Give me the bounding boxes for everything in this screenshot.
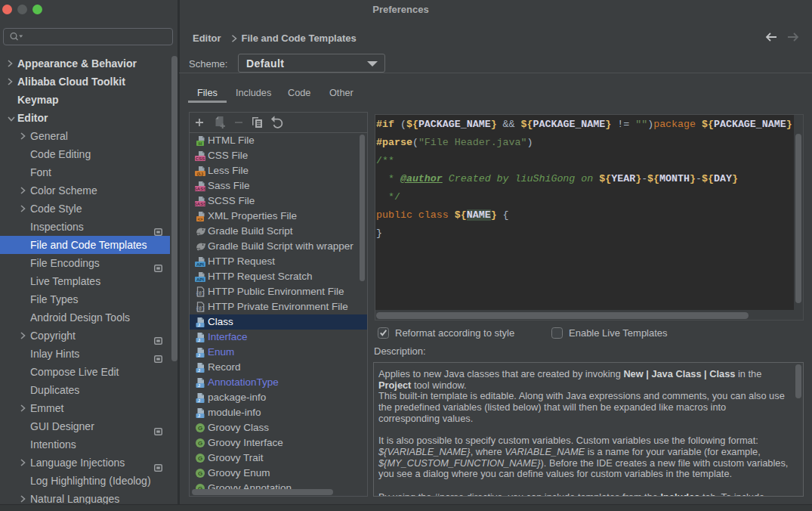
svg-text:{@}: {@} bbox=[196, 291, 205, 296]
svg-text:{@}: {@} bbox=[196, 306, 205, 311]
svg-text:J: J bbox=[198, 353, 200, 358]
svg-text:H: H bbox=[199, 141, 202, 146]
svg-text:{L}: {L} bbox=[197, 172, 204, 176]
svg-text:G: G bbox=[198, 425, 202, 432]
svg-text:G: G bbox=[198, 440, 202, 447]
svg-text:J: J bbox=[198, 323, 200, 327]
svg-text:CSS: CSS bbox=[196, 156, 205, 161]
svg-text:<>: <> bbox=[197, 217, 203, 221]
svg-text:API: API bbox=[196, 262, 204, 267]
svg-text:J: J bbox=[198, 338, 200, 342]
svg-text:J: J bbox=[198, 383, 200, 388]
svg-text:J: J bbox=[198, 413, 200, 418]
svg-text:SASS: SASS bbox=[195, 202, 205, 206]
svg-text:API: API bbox=[196, 277, 204, 282]
svg-text:J: J bbox=[198, 368, 200, 373]
svg-text:G: G bbox=[198, 455, 202, 462]
svg-text:J: J bbox=[198, 398, 200, 403]
svg-text:SASS: SASS bbox=[195, 187, 205, 191]
svg-text:G: G bbox=[198, 470, 202, 477]
